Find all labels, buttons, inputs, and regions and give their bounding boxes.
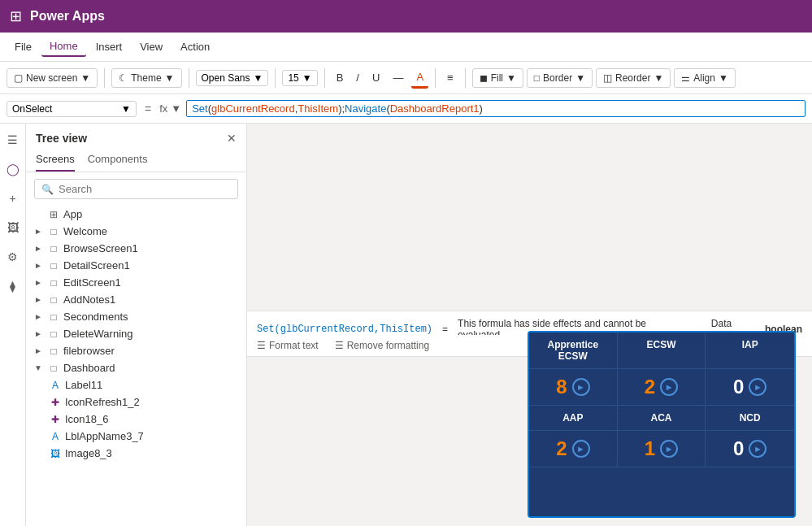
screens-icon[interactable]: ◯ (3, 159, 23, 179)
label-icon-1: A (49, 380, 62, 391)
tree-label-secondments: Secondments (63, 311, 238, 323)
tree-label-addnotes: AddNotes1 (63, 293, 238, 306)
format-text-button[interactable]: ☰ Format text (257, 340, 319, 351)
bold-button[interactable]: B (332, 68, 349, 87)
tree-tabs: Screens Components (26, 150, 246, 172)
formula-bar: OnSelect ▼ = fx ▼ Set(glbCurrentRecord,T… (0, 94, 812, 124)
plus-icon[interactable]: + (3, 189, 23, 208)
remove-format-icon: ☰ (335, 340, 344, 351)
tree-item-icon18[interactable]: ✚ Icon18_6 (29, 411, 243, 428)
tree-label-dashboard: Dashboard (63, 362, 238, 374)
tree-item-deletewarning[interactable]: ► □ DeleteWarning (29, 325, 243, 342)
tree-item-lblappname[interactable]: A LblAppName3_7 (29, 428, 243, 445)
tree-item-addnotes[interactable]: ► □ AddNotes1 (29, 291, 243, 308)
reorder-icon: ◫ (603, 72, 612, 84)
font-size-dropdown[interactable]: 15 ▼ (282, 70, 317, 86)
formula-screen: DashboardReport1 (390, 102, 480, 115)
canvas-area: Set(glbCurrentRecord,ThisItem) = This fo… (247, 124, 812, 526)
formula-fx-button[interactable]: fx ▼ (159, 102, 181, 115)
align-button[interactable]: ≡ (442, 68, 458, 87)
menu-home[interactable]: Home (41, 37, 86, 57)
tree-view-icon[interactable]: ☰ (3, 130, 23, 150)
settings-icon[interactable]: ⚙ (3, 247, 23, 267)
menu-view[interactable]: View (132, 37, 171, 56)
align2-button[interactable]: ⚌ Align ▼ (674, 68, 736, 88)
side-icons-panel: ☰ ◯ + 🖼 ⚙ ⧫ (0, 124, 26, 526)
chevron-down-icon-2: ▼ (165, 72, 175, 84)
tree-item-edit[interactable]: ► □ EditScreen1 (29, 274, 243, 291)
tree-item-iconrefresh[interactable]: ✚ IconRefresh1_2 (29, 393, 243, 411)
tab-components[interactable]: Components (88, 150, 148, 172)
dash-col-header-5: ACA (618, 406, 706, 431)
font-dropdown[interactable]: Open Sans ▼ (196, 70, 269, 86)
dash-cell-2: 2 ► (618, 369, 706, 406)
tree-item-dashboard[interactable]: ▼ □ Dashboard (29, 359, 243, 376)
tab-screens[interactable]: Screens (36, 150, 75, 172)
tree-item-detail[interactable]: ► □ DetailScreen1 (29, 257, 243, 274)
tree-panel: Tree view ✕ Screens Components 🔍 ⊞ App ►… (26, 124, 247, 526)
chevron-down-icon-10: ▼ (171, 102, 181, 115)
strikethrough-button[interactable]: — (388, 68, 408, 87)
chevron-right-icon-7: ► (34, 312, 44, 321)
tree-item-label11[interactable]: A Label11 (29, 376, 243, 393)
fill-button[interactable]: ◼ Fill ▼ (472, 68, 523, 88)
tree-label-label11: Label11 (65, 379, 238, 391)
italic-button[interactable]: / (351, 68, 364, 87)
menu-file[interactable]: File (7, 37, 40, 56)
equals-sign: = (442, 324, 448, 335)
database-icon[interactable]: 🖼 (3, 218, 23, 237)
tree-label-iconrefresh: IconRefresh1_2 (65, 396, 238, 408)
tree-item-image8[interactable]: 🖼 Image8_3 (29, 445, 243, 462)
chevron-right-icon-2: ► (34, 227, 44, 236)
dash-values-row-2: 2 ► 1 ► 0 ► (529, 431, 794, 467)
dash-header-row-2: AAP ACA NCD (529, 406, 794, 431)
dash-arrow-3[interactable]: ► (749, 378, 766, 396)
dash-arrow-6[interactable]: ► (749, 440, 766, 458)
tree-item-welcome[interactable]: ► □ Welcome (29, 223, 243, 240)
tree-close-button[interactable]: ✕ (227, 132, 237, 145)
tree-title: Tree view (36, 132, 87, 145)
dash-empty-area (529, 467, 794, 516)
tree-label-detail: DetailScreen1 (63, 259, 238, 272)
menu-insert[interactable]: Insert (88, 37, 131, 56)
format-text-icon: ☰ (257, 340, 266, 351)
tree-items: ⊞ App ► □ Welcome ► □ BrowseScreen1 ► □ … (26, 206, 246, 526)
new-screen-button[interactable]: ▢ New screen ▼ (7, 68, 98, 88)
tree-item-secondments[interactable]: ► □ Secondments (29, 308, 243, 325)
tree-item-filebrowser[interactable]: ► □ filebrowser (29, 342, 243, 359)
separator-6 (465, 68, 466, 88)
font-color-button[interactable]: A (411, 67, 428, 89)
dash-number-1: 8 (556, 376, 567, 398)
dash-header-row-1: Apprentice ECSW ECSW IAP (529, 333, 794, 369)
formula-selector[interactable]: OnSelect ▼ (7, 101, 137, 117)
search-icon: 🔍 (41, 184, 54, 195)
formula-input[interactable]: Set(glbCurrentRecord,ThisItem);Navigate(… (186, 100, 805, 117)
formula-keyword-navigate: Navigate (345, 102, 386, 115)
tree-item-browse[interactable]: ► □ BrowseScreen1 (29, 240, 243, 257)
plugin-icon[interactable]: ⧫ (3, 276, 23, 296)
tree-label-app: App (63, 208, 238, 220)
dash-arrow-4[interactable]: ► (572, 440, 590, 458)
screen-icon: ▢ (14, 72, 23, 84)
screen-icon-browse: □ (47, 243, 60, 254)
search-input[interactable] (59, 183, 231, 195)
formula-keyword-set: Set (192, 102, 208, 115)
chevron-down-icon-5: ▼ (506, 72, 516, 84)
dash-arrow-2[interactable]: ► (660, 378, 678, 396)
theme-button[interactable]: ☾ Theme ▼ (111, 68, 181, 88)
underline-button[interactable]: U (367, 68, 384, 87)
border-button[interactable]: □ Border ▼ (527, 68, 593, 88)
dash-arrow-1[interactable]: ► (572, 378, 590, 396)
screen-icon-addnotes: □ (47, 294, 60, 306)
tree-item-app[interactable]: ⊞ App (29, 206, 243, 223)
dash-cell-3: 0 ► (706, 369, 794, 406)
remove-formatting-button[interactable]: ☰ Remove formatting (335, 340, 429, 351)
grid-icon[interactable]: ⊞ (10, 7, 22, 25)
chevron-right-icon-6: ► (34, 295, 44, 304)
chevron-down-icon: ▼ (80, 72, 90, 84)
tree-search-container: 🔍 (34, 179, 238, 199)
dash-cell-6: 0 ► (706, 431, 794, 467)
dash-arrow-5[interactable]: ► (660, 440, 678, 458)
menu-action[interactable]: Action (172, 37, 218, 56)
reorder-button[interactable]: ◫ Reorder ▼ (596, 68, 671, 88)
